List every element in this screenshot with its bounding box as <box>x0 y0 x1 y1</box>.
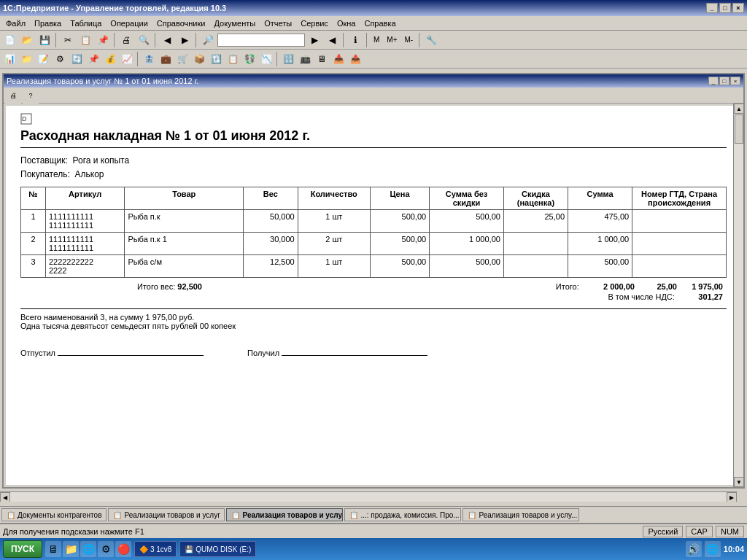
taskbar-container: ПУСК 🖥 📁 🌐 ⚙ 🔴 🔶 3 1cv8 💾 QUMO DISK (E:)… <box>0 538 747 560</box>
tray-icon-1[interactable]: 🔊 <box>686 541 702 557</box>
taskbar-icon-3[interactable]: 🌐 <box>80 541 96 557</box>
tb2-btn17[interactable]: 🔢 <box>280 51 296 67</box>
back-btn[interactable]: ◀ <box>159 32 175 48</box>
horizontal-scrollbar[interactable]: ◀ ▶ <box>0 491 737 502</box>
doc-minimize-btn[interactable]: _ <box>708 77 719 85</box>
doc-help-btn[interactable]: ? <box>23 88 39 104</box>
search-go-btn[interactable]: ▶ <box>306 32 322 48</box>
tray-icon-2[interactable]: 🌐 <box>705 541 721 557</box>
forward-btn[interactable]: ▶ <box>177 32 193 48</box>
search-prev-btn[interactable]: ◀ <box>324 32 340 48</box>
win-btn-4[interactable]: 📋 ...: продажа, комиссия. Про... <box>344 508 461 521</box>
minimize-btn[interactable]: _ <box>706 3 718 13</box>
received-sig: Получил <box>247 349 427 357</box>
tb2-btn8[interactable]: 📈 <box>119 51 135 67</box>
vertical-scrollbar[interactable]: ▲ ▼ <box>733 104 743 487</box>
info-btn[interactable]: ℹ <box>347 32 363 48</box>
m-btn[interactable]: M <box>371 32 382 48</box>
release-label: Отпустил <box>20 349 55 357</box>
win4-icon: 📋 <box>349 511 358 519</box>
sep9 <box>276 52 278 66</box>
open-windows-bar: 📋 Документы контрагентов 📋 Реализации то… <box>0 506 747 524</box>
tb2-btn3[interactable]: 📝 <box>35 51 51 67</box>
win3-icon: 📋 <box>231 511 240 519</box>
win-btn-5[interactable]: 📋 Реализация товаров и услу... <box>462 508 579 521</box>
supplier-label: Поставщик: <box>20 155 68 166</box>
doc-close-btn[interactable]: × <box>730 77 740 85</box>
open-btn[interactable]: 📂 <box>19 32 35 48</box>
mplus-btn[interactable]: M+ <box>384 32 400 48</box>
tb2-btn9[interactable]: 🏦 <box>141 51 157 67</box>
taskbar-app-2[interactable]: 💾 QUMO DISK (E:) <box>179 541 256 557</box>
menu-table[interactable]: Таблица <box>66 18 106 29</box>
save-btn[interactable]: 💾 <box>36 32 53 48</box>
extra-btn[interactable]: 🔧 <box>423 32 439 48</box>
tb2-btn20[interactable]: 📥 <box>330 51 347 67</box>
weight-value: 92,500 <box>177 282 202 291</box>
tb2-btn21[interactable]: 📤 <box>347 51 363 67</box>
tb2-btn14[interactable]: 📋 <box>225 51 241 67</box>
close-btn[interactable]: × <box>732 3 744 13</box>
taskbar-icon-2[interactable]: 📁 <box>63 541 79 557</box>
tb2-btn4[interactable]: ⚙ <box>52 51 68 67</box>
tb2-btn7[interactable]: 💰 <box>102 51 118 67</box>
menu-reports[interactable]: Отчеты <box>260 18 296 29</box>
menu-documents[interactable]: Документы <box>209 18 260 29</box>
win-btn-2[interactable]: 📋 Реализации товаров и услуг <box>108 508 225 521</box>
doc-window: Реализация товаров и услуг № 1 от 01 июн… <box>2 73 745 489</box>
tb2-btn15[interactable]: 💱 <box>241 51 258 67</box>
scroll-down-btn[interactable]: ▼ <box>734 477 743 487</box>
toolbar-2: 📊 📁 📝 ⚙ 🔄 📌 💰 📈 🏦 💼 🛒 📦 🔃 📋 💱 📉 🔢 📠 🖥 📥 … <box>0 50 747 69</box>
menu-service[interactable]: Сервис <box>296 18 333 29</box>
search-btn[interactable]: 🔎 <box>200 32 216 48</box>
table-cell: 2 <box>21 233 46 255</box>
doc-print-btn[interactable]: 🖨 <box>5 88 21 104</box>
menu-file[interactable]: Файл <box>1 18 30 29</box>
scroll-thumb[interactable] <box>735 114 743 144</box>
maximize-btn[interactable]: □ <box>719 3 731 13</box>
preview-btn[interactable]: 🔍 <box>136 32 152 48</box>
tb2-btn5[interactable]: 🔄 <box>69 51 85 67</box>
taskbar-app-1[interactable]: 🔶 3 1cv8 <box>134 541 177 557</box>
mminus-btn[interactable]: M- <box>402 32 417 48</box>
tb2-btn16[interactable]: 📉 <box>258 51 274 67</box>
scroll-up-btn[interactable]: ▲ <box>734 104 743 114</box>
taskbar-icon-4[interactable]: ⚙ <box>98 541 114 557</box>
search-input[interactable] <box>217 34 305 47</box>
start-button[interactable]: ПУСК <box>3 540 42 558</box>
tb2-btn18[interactable]: 📠 <box>297 51 313 67</box>
app-title-buttons: _ □ × <box>706 3 744 13</box>
win5-label: Реализация товаров и услу... <box>479 511 577 519</box>
tb2-btn2[interactable]: 📁 <box>18 51 34 67</box>
tb2-btn11[interactable]: 🛒 <box>174 51 190 67</box>
table-cell: Рыба с/м <box>125 255 244 278</box>
buyer-label: Покупатель: <box>20 169 70 179</box>
scroll-left-btn[interactable]: ◀ <box>0 492 10 502</box>
win-btn-3[interactable]: 📋 Реализация товаров и услу... <box>226 508 343 521</box>
status-right: Русский CAP NUM <box>643 526 744 537</box>
tb2-btn12[interactable]: 📦 <box>191 51 207 67</box>
scroll-right-btn[interactable]: ▶ <box>727 492 737 502</box>
copy-btn[interactable]: 📋 <box>77 32 93 48</box>
paste-btn[interactable]: 📌 <box>95 32 111 48</box>
scroll-track <box>734 114 743 477</box>
print-btn[interactable]: 🖨 <box>118 32 134 48</box>
tb2-btn1[interactable]: 📊 <box>1 51 18 67</box>
menu-help[interactable]: Справка <box>360 18 400 29</box>
cut-btn[interactable]: ✂ <box>60 32 76 48</box>
tb2-btn10[interactable]: 💼 <box>158 51 174 67</box>
taskbar-icon-5[interactable]: 🔴 <box>115 541 131 557</box>
tb2-btn19[interactable]: 🖥 <box>314 51 330 67</box>
tb2-btn6[interactable]: 📌 <box>85 51 101 67</box>
doc-maximize-btn[interactable]: □ <box>719 77 729 85</box>
tb2-btn13[interactable]: 🔃 <box>208 51 224 67</box>
menu-windows[interactable]: Окна <box>333 18 360 29</box>
menu-operations[interactable]: Операции <box>106 18 152 29</box>
menu-references[interactable]: Справочники <box>152 18 210 29</box>
menu-edit[interactable]: Правка <box>30 18 66 29</box>
win-btn-1[interactable]: 📋 Документы контрагентов <box>1 508 107 521</box>
win2-label: Реализации товаров и услуг <box>124 511 220 519</box>
table-row: 322222222222222Рыба с/м12,5001 шт500,005… <box>21 255 727 278</box>
new-btn[interactable]: 📄 <box>1 32 18 48</box>
taskbar-icon-1[interactable]: 🖥 <box>45 541 61 557</box>
